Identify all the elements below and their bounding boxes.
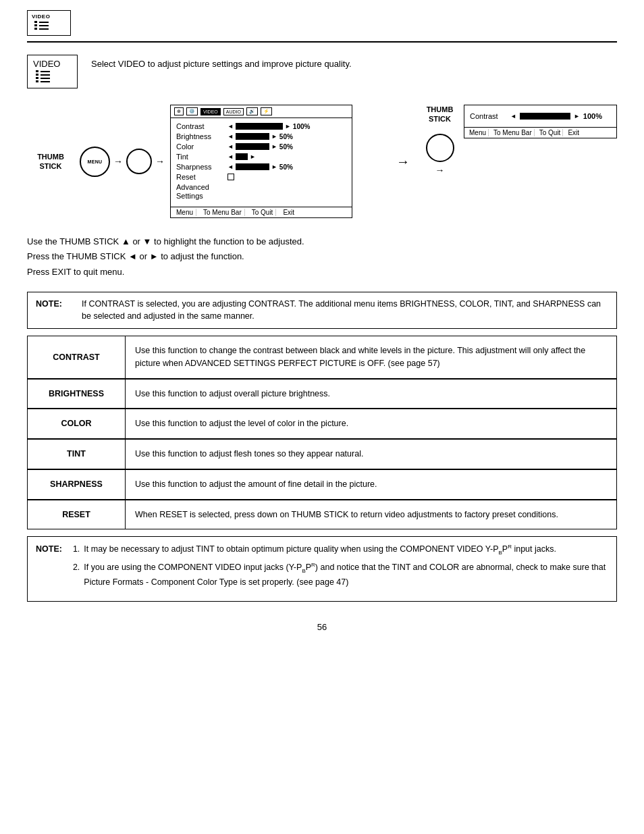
sharpness-bar	[236, 163, 269, 170]
feature-label-contrast: CONTRAST	[28, 336, 126, 378]
diagram-left: THUMBSTICK MENU → → ⊕ ⚙️ VIDEO AUDIO 🔊 ⚡	[27, 105, 385, 218]
right-menu-box: Contrast ◄ ► 100% Menu To Menu Bar To Qu…	[464, 105, 617, 138]
instruction-text: Use the THUMB STICK ▲ or ▼ to highlight …	[27, 234, 617, 279]
right-menu-item-contrast: Contrast ◄ ► 100%	[470, 112, 611, 120]
feature-label-reset: RESET	[28, 500, 126, 529]
top-divider	[27, 41, 617, 43]
menu-item-brightness: Brightness ◄ ► 50%	[176, 132, 346, 140]
note-box-bottom: NOTE: 1. It may be necessary to adjust T…	[27, 536, 617, 602]
note-bottom-label: NOTE:	[36, 542, 62, 556]
menu-arrow-right: →	[113, 156, 123, 167]
instruction-2: Press the THUMB STICK ◄ or ► to adjust t…	[27, 249, 617, 264]
menu-item-sharpness: Sharpness ◄ ► 50%	[176, 163, 346, 171]
diagram-right: THUMB STICK → Contrast ◄ ► 100%	[421, 105, 617, 218]
feature-row-sharpness: SHARPNESS Use this function to adjust th…	[27, 469, 617, 500]
top-header: VIDEO	[27, 10, 617, 36]
instruction-3: Press EXIT to quit menu.	[27, 265, 617, 280]
diagram-right-inner: THUMB STICK → Contrast ◄ ► 100%	[421, 105, 617, 176]
feature-label-color: COLOR	[28, 409, 126, 438]
right-arrow-icon: →	[435, 165, 445, 176]
feature-label-sharpness: SHARPNESS	[28, 470, 126, 499]
thumb-stick-label-left: THUMBSTICK	[27, 152, 74, 172]
note-bottom-content: 1. It may be necessary to adjust TINT to…	[73, 542, 608, 592]
thumb-arrow-right: →	[155, 156, 165, 167]
thumb-circle-left	[126, 149, 152, 174]
note-top-label: NOTE:	[28, 292, 75, 329]
feature-content-color: Use this function to adjust the level of…	[126, 409, 616, 438]
diagram-center-arrow: →	[393, 154, 413, 170]
menu-circle-area: MENU → →	[80, 147, 165, 177]
feature-row-brightness: BRIGHTNESS Use this function to adjust o…	[27, 379, 617, 409]
feature-content-contrast: Use this function to change the contrast…	[126, 336, 616, 378]
menu-item-color: Color ◄ ► 50%	[176, 142, 346, 151]
menu-button-icon: MENU	[80, 147, 110, 177]
intro-video-dots	[33, 70, 72, 82]
feature-row-tint: TINT Use this function to adjust flesh t…	[27, 439, 617, 469]
menu-body-left: Contrast ◄ ► 100% Brightness ◄	[171, 118, 352, 207]
color-bar	[236, 143, 269, 150]
tint-bar	[236, 153, 248, 160]
contrast-bar	[236, 123, 283, 130]
feature-content-sharpness: Use this function to adjust the amount o…	[126, 470, 616, 499]
feature-label-brightness: BRIGHTNESS	[28, 380, 126, 409]
note-box-top: NOTE: If CONTRAST is selected, you are a…	[27, 292, 617, 330]
menu-box-left: ⊕ ⚙️ VIDEO AUDIO 🔊 ⚡ Contrast ◄ ► 100%	[170, 105, 352, 218]
page-container: VIDEO VIDEO Select VIDEO to adjust pictu…	[0, 0, 644, 834]
feature-row-contrast: CONTRAST Use this function to change the…	[27, 336, 617, 379]
header-video-label: VIDEO	[32, 14, 66, 20]
diagram-section: THUMBSTICK MENU → → ⊕ ⚙️ VIDEO AUDIO 🔊 ⚡	[27, 105, 617, 218]
note-bottom-item-2: 2. If you are using the COMPONENT VIDEO …	[73, 561, 608, 589]
right-menu-footer: Menu To Menu Bar To Quit Exit	[464, 127, 616, 138]
page-number: 56	[27, 622, 617, 632]
intro-video-label: VIDEO	[33, 59, 72, 69]
menu-box-top: ⊕ ⚙️ VIDEO AUDIO 🔊 ⚡	[171, 105, 352, 118]
feature-row-reset: RESET When RESET is selected, press down…	[27, 500, 617, 530]
thumb-stick-label-right: THUMB STICK	[421, 105, 458, 124]
feature-row-color: COLOR Use this function to adjust the le…	[27, 409, 617, 439]
menu-item-contrast: Contrast ◄ ► 100%	[176, 122, 346, 130]
menu-item-reset: Reset	[176, 173, 346, 181]
reset-checkbox	[227, 174, 234, 180]
brightness-bar	[236, 133, 269, 140]
note-bottom-item-1: 1. It may be necessary to adjust TINT to…	[73, 542, 608, 557]
feature-content-brightness: Use this function to adjust overall pict…	[126, 380, 616, 409]
feature-content-reset: When RESET is selected, press down on TH…	[126, 500, 616, 529]
intro-video-box: VIDEO	[27, 55, 78, 88]
intro-section: VIDEO Select VIDEO to adjust picture set…	[27, 55, 617, 88]
menu-item-advanced: AdvancedSettings	[176, 183, 346, 201]
header-video-icon-box: VIDEO	[27, 10, 71, 36]
right-contrast-bar	[520, 113, 570, 120]
note-top-content: If CONTRAST is selected, you are adjusti…	[75, 292, 616, 329]
features-section: CONTRAST Use this function to change the…	[27, 336, 617, 529]
menu-footer-left: Menu To Menu Bar To Quit Exit	[171, 207, 352, 217]
feature-label-tint: TINT	[28, 440, 126, 469]
feature-content-tint: Use this function to adjust flesh tones …	[126, 440, 616, 469]
thumb-circle-right	[426, 134, 454, 162]
right-menu-body: Contrast ◄ ► 100%	[464, 105, 616, 127]
menu-item-tint: Tint ◄ ►	[176, 153, 346, 161]
header-video-dots	[32, 21, 66, 30]
instruction-1: Use the THUMB STICK ▲ or ▼ to highlight …	[27, 234, 617, 249]
intro-description: Select VIDEO to adjust picture settings …	[91, 55, 352, 71]
